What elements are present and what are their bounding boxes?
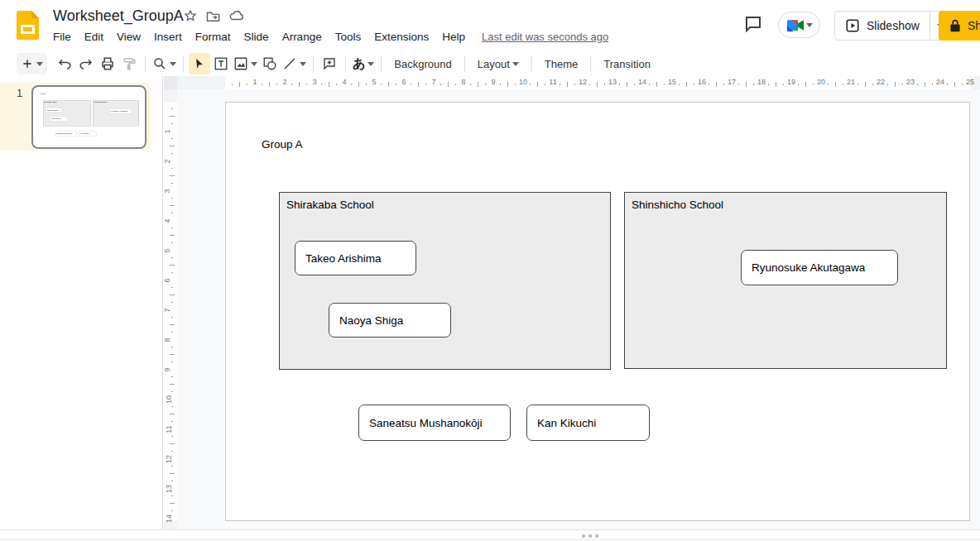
- ruler-corner: [164, 76, 177, 89]
- group-box-shinshicho[interactable]: Shinshicho School Ryunosuke Akutagawa: [624, 192, 947, 369]
- cloud-status-icon[interactable]: [229, 10, 244, 22]
- meet-camera-icon: [786, 18, 805, 32]
- new-slide-caret-icon: [36, 62, 43, 66]
- cursor-icon: [193, 57, 206, 70]
- zoom-caret-icon: [170, 62, 176, 66]
- bottom-bar: [0, 529, 980, 541]
- image-caret-icon: [251, 62, 257, 66]
- menu-file[interactable]: File: [53, 29, 78, 45]
- lock-icon: [949, 19, 961, 32]
- insert-comment-button[interactable]: [319, 53, 340, 74]
- notes-drag-handle-icon[interactable]: [582, 534, 598, 538]
- slideshow-label: Slideshow: [867, 19, 920, 32]
- menu-bar: File Edit View Insert Format Slide Arran…: [53, 29, 608, 45]
- menu-arrange[interactable]: Arrange: [276, 29, 329, 45]
- print-icon: [100, 56, 115, 71]
- slide-filmstrip: 1 Group A Shirakaba School Takeo Arishim…: [0, 76, 163, 529]
- background-button[interactable]: Background: [387, 53, 459, 74]
- input-tools-button[interactable]: あ: [351, 53, 376, 74]
- name-box-takeo-arishima[interactable]: Takeo Arishima: [295, 241, 416, 275]
- paint-roller-icon: [122, 56, 137, 71]
- toolbar: あ Background Layout Theme Transition: [0, 51, 980, 76]
- redo-button[interactable]: [75, 53, 97, 74]
- comment-history-icon[interactable]: [743, 14, 765, 36]
- menu-tools[interactable]: Tools: [329, 29, 368, 45]
- undo-icon: [57, 56, 72, 71]
- slide-title-text[interactable]: Group A: [262, 138, 303, 151]
- app-header: Worksheet_GroupA File Edit View Insert F…: [0, 0, 980, 51]
- menu-help[interactable]: Help: [435, 29, 472, 45]
- slideshow-play-icon: [845, 18, 860, 33]
- redo-icon: [79, 56, 94, 71]
- slide-thumbnail[interactable]: Group A Shirakaba School Takeo Arishima …: [31, 85, 147, 149]
- star-icon[interactable]: [184, 9, 197, 22]
- v-ruler-scale: 1234567891011121314: [164, 102, 177, 521]
- zoom-icon: [152, 56, 167, 71]
- name-box-naoya-shiga[interactable]: Naoya Shiga: [329, 303, 451, 338]
- line-caret-icon: [300, 62, 306, 66]
- slides-logo-icon[interactable]: [17, 11, 39, 40]
- shape-icon: [262, 56, 277, 71]
- input-tools-glyph: あ: [353, 56, 365, 72]
- select-tool-button[interactable]: [189, 53, 210, 74]
- transition-button[interactable]: Transition: [596, 53, 658, 74]
- insert-shape-button[interactable]: [259, 53, 281, 74]
- new-slide-button[interactable]: [17, 53, 47, 74]
- menu-format[interactable]: Format: [189, 29, 238, 45]
- insert-line-button[interactable]: [281, 53, 308, 74]
- plus-icon: [21, 57, 34, 70]
- canvas-area: 1234567891011121314151617181920212223242…: [164, 76, 980, 529]
- name-box-ryunosuke-akutagawa[interactable]: Ryunosuke Akutagawa: [741, 250, 898, 285]
- text-box-icon: [214, 56, 228, 71]
- horizontal-ruler: 1234567891011121314151617181920212223242…: [164, 76, 980, 89]
- insert-image-button[interactable]: [232, 53, 259, 74]
- image-icon: [233, 56, 248, 71]
- menu-edit[interactable]: Edit: [78, 29, 110, 45]
- paint-format-button[interactable]: [118, 53, 140, 74]
- document-title[interactable]: Worksheet_GroupA: [53, 7, 184, 25]
- slide-number: 1: [17, 87, 22, 99]
- move-folder-icon[interactable]: [206, 10, 220, 22]
- add-comment-icon: [322, 56, 337, 71]
- line-icon: [282, 56, 297, 71]
- group-label: Shinshicho School: [632, 199, 723, 211]
- theme-button[interactable]: Theme: [537, 53, 585, 74]
- h-ruler-scale: 1234567891011121314151617181920212223242…: [225, 76, 970, 89]
- input-tools-caret-icon: [368, 62, 374, 66]
- menu-extensions[interactable]: Extensions: [368, 29, 435, 45]
- meet-button[interactable]: [778, 12, 820, 38]
- slide-canvas[interactable]: Group A Shirakaba School Takeo Arishima …: [225, 102, 970, 521]
- menu-view[interactable]: View: [110, 29, 147, 45]
- name-box-kan-kikuchi[interactable]: Kan Kikuchi: [526, 405, 650, 441]
- slideshow-button[interactable]: Slideshow: [834, 11, 951, 41]
- layout-button[interactable]: Layout: [470, 53, 526, 74]
- share-label: Share: [968, 19, 980, 32]
- undo-button[interactable]: [54, 53, 75, 74]
- vertical-ruler: 1234567891011121314: [164, 89, 177, 529]
- meet-caret-icon: [806, 23, 813, 27]
- name-box-saneatsu-mushanokoji[interactable]: Saneatsu Mushanokōji: [358, 405, 511, 441]
- menu-slide[interactable]: Slide: [238, 29, 276, 45]
- selected-slide-row: 1 Group A Shirakaba School Takeo Arishim…: [0, 83, 151, 151]
- text-box-button[interactable]: [210, 53, 232, 74]
- menu-insert[interactable]: Insert: [147, 29, 189, 45]
- group-box-shirakaba[interactable]: Shirakaba School Takeo Arishima Naoya Sh…: [279, 192, 611, 370]
- last-edit-link[interactable]: Last edit was seconds ago: [482, 31, 608, 43]
- print-button[interactable]: [97, 53, 118, 74]
- group-label: Shirakaba School: [286, 199, 374, 211]
- zoom-button[interactable]: [151, 53, 178, 74]
- share-button[interactable]: Share: [939, 11, 980, 41]
- layout-caret-icon: [512, 62, 519, 66]
